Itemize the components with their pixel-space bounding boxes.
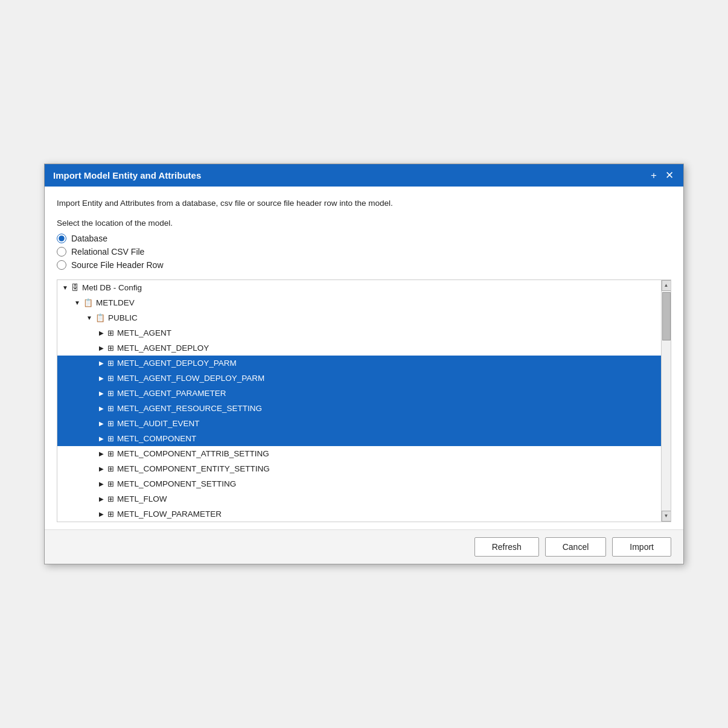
radio-csv[interactable]: Relational CSV File bbox=[57, 247, 671, 257]
metldb-label: Metl DB - Config bbox=[82, 283, 142, 292]
toggle-metldev[interactable]: ▼ bbox=[73, 298, 81, 307]
table-icon-metl-agent-resource-setting: ⊞ bbox=[107, 404, 114, 413]
location-label: Select the location of the model. bbox=[57, 219, 671, 228]
radio-header-label: Source File Header Row bbox=[71, 260, 164, 270]
toggle-metl-flow[interactable]: ▶ bbox=[97, 494, 106, 503]
table-icon-metl-agent: ⊞ bbox=[107, 328, 114, 337]
metl-agent-label: METL_AGENT bbox=[117, 328, 171, 337]
table-icon-metl-component-attrib-setting: ⊞ bbox=[107, 449, 114, 458]
title-bar-buttons: + ✕ bbox=[650, 170, 675, 180]
toggle-metl-component-attrib-setting[interactable]: ▶ bbox=[97, 449, 106, 458]
table-icon-metl-agent-parameter: ⊞ bbox=[107, 389, 114, 398]
tree-node-metl-agent-resource-setting[interactable]: ▶ ⊞ METL_AGENT_RESOURCE_SETTING bbox=[57, 401, 661, 416]
toggle-metl-component-setting[interactable]: ▶ bbox=[97, 479, 106, 488]
tree-node-metl-flow-parameter[interactable]: ▶ ⊞ METL_FLOW_PARAMETER bbox=[57, 506, 661, 522]
metl-component-label: METL_COMPONENT bbox=[117, 434, 196, 443]
radio-csv-input[interactable] bbox=[57, 247, 66, 257]
tree-node-metl-agent-deploy-parm[interactable]: ▶ ⊞ METL_AGENT_DEPLOY_PARM bbox=[57, 356, 661, 371]
refresh-button[interactable]: Refresh bbox=[474, 537, 539, 557]
tree-node-metl-component-entity-setting[interactable]: ▶ ⊞ METL_COMPONENT_ENTITY_SETTING bbox=[57, 461, 661, 476]
footer: Refresh Cancel Import bbox=[45, 529, 683, 564]
metl-agent-resource-setting-label: METL_AGENT_RESOURCE_SETTING bbox=[117, 404, 262, 413]
metl-component-attrib-setting-label: METL_COMPONENT_ATTRIB_SETTING bbox=[117, 449, 269, 458]
tree-node-public[interactable]: ▼ 📋 PUBLIC bbox=[57, 310, 661, 325]
table-icon-metl-agent-deploy-parm: ⊞ bbox=[107, 359, 114, 368]
db-icon: 🗄 bbox=[71, 283, 79, 292]
import-button[interactable]: Import bbox=[612, 537, 671, 557]
radio-database-label: Database bbox=[71, 234, 107, 243]
public-label: PUBLIC bbox=[108, 313, 138, 322]
table-icon-metl-component-entity-setting: ⊞ bbox=[107, 464, 114, 473]
tree-container: ▼ 🗄 Metl DB - Config ▼ 📋 METLDEV ▼ 📋 PUB… bbox=[57, 279, 671, 522]
toggle-metl-agent-deploy-parm[interactable]: ▶ bbox=[97, 359, 106, 367]
radio-header-input[interactable] bbox=[57, 260, 66, 270]
tree-node-metl-component[interactable]: ▶ ⊞ METL_COMPONENT bbox=[57, 431, 661, 446]
tree-node-metl-agent-flow-deploy-parm[interactable]: ▶ ⊞ METL_AGENT_FLOW_DEPLOY_PARM bbox=[57, 371, 661, 386]
metl-agent-flow-deploy-parm-label: METL_AGENT_FLOW_DEPLOY_PARM bbox=[117, 374, 264, 383]
toggle-public[interactable]: ▼ bbox=[85, 313, 94, 322]
radio-header[interactable]: Source File Header Row bbox=[57, 260, 671, 270]
metl-component-entity-setting-label: METL_COMPONENT_ENTITY_SETTING bbox=[117, 464, 270, 473]
title-bar: Import Model Entity and Attributes + ✕ bbox=[45, 164, 683, 187]
schema-icon-public: 📋 bbox=[95, 313, 105, 322]
tree-node-metl-component-setting[interactable]: ▶ ⊞ METL_COMPONENT_SETTING bbox=[57, 476, 661, 491]
add-button[interactable]: + bbox=[650, 170, 658, 180]
toggle-metl-agent-resource-setting[interactable]: ▶ bbox=[97, 404, 106, 412]
table-icon-metl-agent-flow-deploy-parm: ⊞ bbox=[107, 374, 114, 383]
import-dialog: Import Model Entity and Attributes + ✕ I… bbox=[44, 164, 684, 564]
toggle-metl-agent-deploy[interactable]: ▶ bbox=[97, 343, 106, 352]
metl-audit-event-label: METL_AUDIT_EVENT bbox=[117, 419, 200, 428]
radio-database-input[interactable] bbox=[57, 234, 66, 243]
toggle-metl-flow-parameter[interactable]: ▶ bbox=[97, 509, 106, 518]
close-button[interactable]: ✕ bbox=[664, 170, 675, 180]
tree-node-metl-agent-parameter[interactable]: ▶ ⊞ METL_AGENT_PARAMETER bbox=[57, 386, 661, 401]
tree-scroll[interactable]: ▼ 🗄 Metl DB - Config ▼ 📋 METLDEV ▼ 📋 PUB… bbox=[57, 280, 661, 522]
scroll-up-arrow[interactable]: ▲ bbox=[662, 280, 671, 291]
table-icon-metl-audit-event: ⊞ bbox=[107, 419, 114, 428]
dialog-title: Import Model Entity and Attributes bbox=[53, 170, 201, 180]
description-text: Import Entity and Attributes from a data… bbox=[57, 197, 671, 209]
scroll-down-arrow[interactable]: ▼ bbox=[662, 511, 671, 522]
tree-node-metldev[interactable]: ▼ 📋 METLDEV bbox=[57, 295, 661, 310]
toggle-metl-component[interactable]: ▶ bbox=[97, 434, 106, 442]
toggle-metldb[interactable]: ▼ bbox=[61, 283, 69, 292]
tree-node-metldb[interactable]: ▼ 🗄 Metl DB - Config bbox=[57, 280, 661, 295]
toggle-metl-agent[interactable]: ▶ bbox=[97, 328, 106, 337]
dialog-body: Import Entity and Attributes from a data… bbox=[45, 187, 683, 529]
metl-flow-parameter-label: METL_FLOW_PARAMETER bbox=[117, 509, 222, 519]
metl-agent-parameter-label: METL_AGENT_PARAMETER bbox=[117, 389, 226, 398]
toggle-metl-agent-parameter[interactable]: ▶ bbox=[97, 389, 106, 397]
tree-node-metl-audit-event[interactable]: ▶ ⊞ METL_AUDIT_EVENT bbox=[57, 416, 661, 431]
metl-flow-label: METL_FLOW bbox=[117, 494, 167, 503]
toggle-metl-audit-event[interactable]: ▶ bbox=[97, 419, 106, 427]
metl-component-setting-label: METL_COMPONENT_SETTING bbox=[117, 479, 236, 488]
toggle-metl-agent-flow-deploy-parm[interactable]: ▶ bbox=[97, 374, 106, 382]
toggle-metl-component-entity-setting[interactable]: ▶ bbox=[97, 464, 106, 473]
radio-csv-label: Relational CSV File bbox=[71, 247, 144, 257]
table-icon-metl-component-setting: ⊞ bbox=[107, 479, 114, 488]
tree-node-metl-agent[interactable]: ▶ ⊞ METL_AGENT bbox=[57, 325, 661, 340]
tree-node-metl-component-attrib-setting[interactable]: ▶ ⊞ METL_COMPONENT_ATTRIB_SETTING bbox=[57, 446, 661, 461]
schema-icon-metldev: 📋 bbox=[83, 298, 93, 307]
cancel-button[interactable]: Cancel bbox=[545, 537, 607, 557]
scroll-thumb[interactable] bbox=[662, 292, 671, 340]
scrollbar: ▲ ▼ bbox=[661, 280, 671, 522]
table-icon-metl-flow-parameter: ⊞ bbox=[107, 509, 114, 519]
metl-agent-deploy-label: METL_AGENT_DEPLOY bbox=[117, 343, 209, 353]
tree-node-metl-agent-deploy[interactable]: ▶ ⊞ METL_AGENT_DEPLOY bbox=[57, 340, 661, 356]
tree-node-metl-flow[interactable]: ▶ ⊞ METL_FLOW bbox=[57, 491, 661, 506]
table-icon-metl-flow: ⊞ bbox=[107, 494, 114, 503]
table-icon-metl-agent-deploy: ⊞ bbox=[107, 343, 114, 353]
radio-database[interactable]: Database bbox=[57, 234, 671, 243]
metldev-label: METLDEV bbox=[96, 298, 135, 307]
radio-group: Database Relational CSV File Source File… bbox=[57, 234, 671, 270]
metl-agent-deploy-parm-label: METL_AGENT_DEPLOY_PARM bbox=[117, 359, 237, 368]
table-icon-metl-component: ⊞ bbox=[107, 434, 114, 443]
